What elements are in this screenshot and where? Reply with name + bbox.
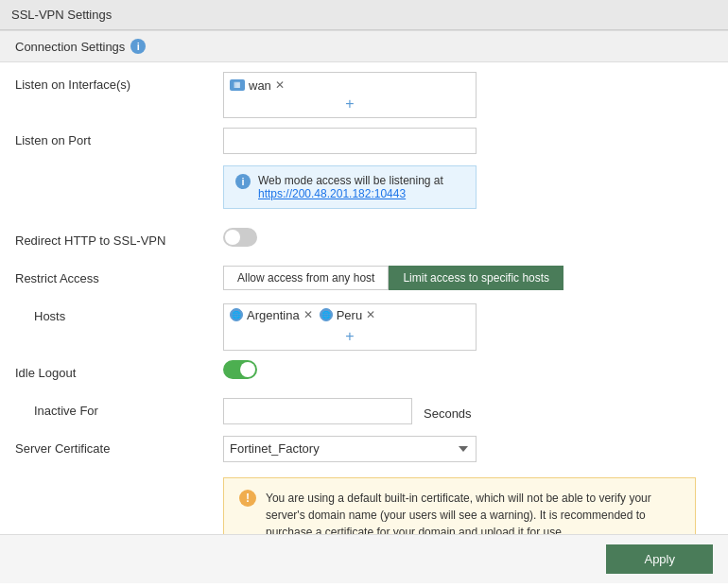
host-remove-btn-1[interactable]: ✕ xyxy=(303,309,313,320)
section-info-icon[interactable]: i xyxy=(130,39,146,54)
host-remove-btn-2[interactable]: ✕ xyxy=(366,309,375,320)
inactive-for-label: Inactive For xyxy=(15,398,223,418)
info-message-spacer xyxy=(15,165,223,171)
info-box-icon: i xyxy=(235,174,251,189)
idle-logout-control xyxy=(223,360,713,379)
idle-logout-toggle[interactable] xyxy=(223,360,257,379)
toggle-thumb xyxy=(225,230,240,245)
globe-icon-1: 🌐 xyxy=(230,308,243,321)
idle-logout-row: Idle Logout xyxy=(15,360,713,388)
info-box-text: Web mode access will be listening at htt… xyxy=(258,174,464,200)
restrict-access-row: Restrict Access Allow access from any ho… xyxy=(15,266,713,294)
redirect-http-control xyxy=(223,228,713,247)
info-message-text: Web mode access will be listening at xyxy=(258,174,443,187)
section-header: Connection Settings i xyxy=(0,30,728,62)
hosts-label: Hosts xyxy=(15,303,223,323)
main-content: Connection Settings i Listen on Interfac… xyxy=(0,30,728,583)
warning-text: You are using a default built-in certifi… xyxy=(266,492,651,539)
info-message-row: i Web mode access will be listening at h… xyxy=(15,165,713,218)
listen-port-control: 10443 xyxy=(223,128,713,154)
bottom-bar: Apply xyxy=(0,534,728,583)
toggle-thumb-2 xyxy=(240,362,255,377)
interface-name: wan xyxy=(249,78,271,93)
listen-interface-row: Listen on Interface(s) ▦ wan ✕ + xyxy=(15,72,713,118)
form-area: Listen on Interface(s) ▦ wan ✕ + Listen … xyxy=(0,62,728,583)
listen-interface-control: ▦ wan ✕ + xyxy=(223,72,713,118)
listen-interface-label: Listen on Interface(s) xyxy=(15,72,223,92)
hosts-control: 🌐 Argentina ✕ 🌐 Peru ✕ + xyxy=(223,303,713,351)
redirect-http-row: Redirect HTTP to SSL-VPN xyxy=(15,228,713,256)
globe-icon-2: 🌐 xyxy=(320,308,333,321)
server-cert-control: Fortinet_Factory xyxy=(223,436,713,462)
redirect-http-toggle[interactable] xyxy=(223,228,257,247)
host-tag-2: 🌐 Peru ✕ xyxy=(318,307,377,323)
warning-spacer xyxy=(15,474,223,479)
page-title: SSL-VPN Settings xyxy=(11,8,112,22)
hosts-tag-box[interactable]: 🌐 Argentina ✕ 🌐 Peru ✕ + xyxy=(223,303,477,351)
title-bar: SSL-VPN Settings xyxy=(0,0,728,30)
redirect-http-label: Redirect HTTP to SSL-VPN xyxy=(15,228,223,248)
wan-icon: ▦ xyxy=(230,79,245,91)
listen-port-row: Listen on Port 10443 xyxy=(15,128,713,156)
seconds-label: Seconds xyxy=(424,401,472,421)
server-cert-select[interactable]: Fortinet_Factory xyxy=(223,436,477,462)
add-interface-btn[interactable]: + xyxy=(228,94,472,114)
server-cert-label: Server Certificate xyxy=(15,436,223,456)
hosts-row: Hosts 🌐 Argentina ✕ 🌐 Peru ✕ + xyxy=(15,303,713,351)
inactive-for-row: Inactive For 300 Seconds xyxy=(15,398,713,426)
server-cert-row: Server Certificate Fortinet_Factory xyxy=(15,436,713,464)
allow-any-host-btn[interactable]: Allow access from any host xyxy=(223,266,389,290)
info-link[interactable]: https://200.48.201.182:10443 xyxy=(258,187,406,200)
host-name-2: Peru xyxy=(337,308,362,322)
listen-port-label: Listen on Port xyxy=(15,128,223,147)
apply-button[interactable]: Apply xyxy=(606,544,713,574)
inactive-for-control: 300 Seconds xyxy=(223,398,713,424)
info-box: i Web mode access will be listening at h… xyxy=(223,165,477,209)
host-name-1: Argentina xyxy=(247,308,300,322)
idle-logout-label: Idle Logout xyxy=(15,360,223,380)
inactive-for-input[interactable]: 300 xyxy=(223,398,412,424)
interface-tag-box[interactable]: ▦ wan ✕ + xyxy=(223,72,477,118)
warning-icon: ! xyxy=(239,490,256,507)
restrict-access-label: Restrict Access xyxy=(15,266,223,285)
info-message-control: i Web mode access will be listening at h… xyxy=(223,165,713,218)
host-tag-1: 🌐 Argentina ✕ xyxy=(228,307,315,323)
restrict-access-control: Allow access from any host Limit access … xyxy=(223,266,713,290)
interface-remove-btn[interactable]: ✕ xyxy=(275,79,285,91)
access-buttons: Allow access from any host Limit access … xyxy=(223,266,563,290)
interface-tag: ▦ wan ✕ xyxy=(228,78,286,94)
add-host-btn[interactable]: + xyxy=(228,326,472,347)
limit-specific-hosts-btn[interactable]: Limit access to specific hosts xyxy=(389,266,563,290)
listen-port-input[interactable]: 10443 xyxy=(223,128,477,154)
section-label: Connection Settings xyxy=(15,40,125,54)
